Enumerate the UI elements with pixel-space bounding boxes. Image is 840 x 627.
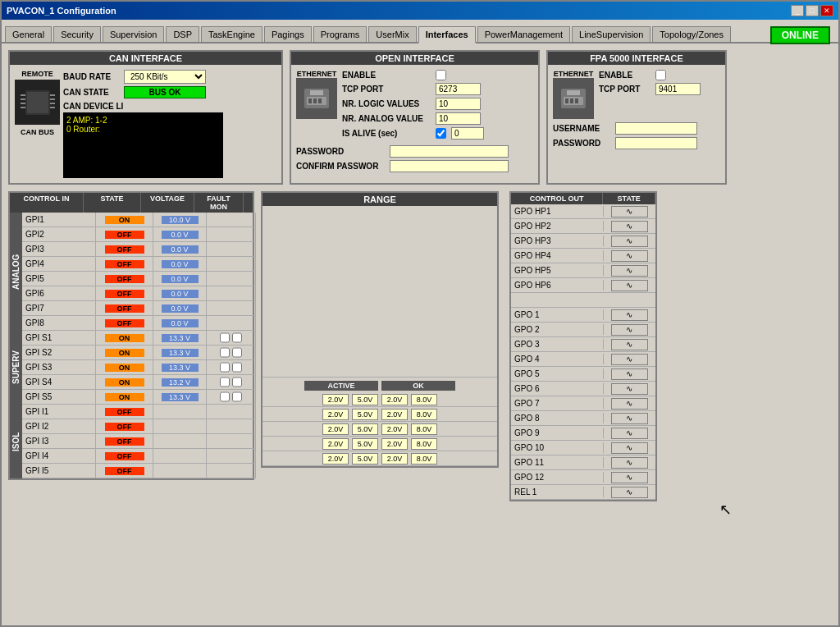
- range3-active-high[interactable]: [352, 423, 378, 435]
- gpis5-fault-chk1[interactable]: [220, 391, 230, 402]
- superv-side-label: SUPERV: [10, 331, 22, 405]
- can-state-label: CAN STATE: [63, 88, 121, 97]
- gpo11-row: GPO 11 ∿: [511, 455, 655, 470]
- range2-ok-low[interactable]: [381, 409, 408, 420]
- tab-interfaces[interactable]: Interfaces: [418, 26, 476, 43]
- gpii1-name: GPI I1: [22, 405, 96, 419]
- password-input[interactable]: [390, 145, 509, 158]
- range2-ok-high[interactable]: [411, 409, 437, 420]
- gpis1-fault-chk1[interactable]: [220, 332, 230, 343]
- range2-active-low[interactable]: [322, 409, 349, 420]
- tab-usermix[interactable]: UserMix: [368, 26, 416, 42]
- gpo11-btn[interactable]: ∿: [611, 457, 648, 469]
- range1-active-low[interactable]: [322, 394, 349, 405]
- gpis3-fault-chk1[interactable]: [220, 362, 230, 373]
- range1-active-high[interactable]: [352, 394, 378, 405]
- gpo-hp2-btn[interactable]: ∿: [611, 221, 648, 232]
- range-spacer: [262, 206, 497, 377]
- online-button[interactable]: ONLINE: [770, 26, 830, 44]
- gpo-hp5-btn[interactable]: ∿: [611, 265, 648, 277]
- range4-active-low[interactable]: [322, 438, 349, 450]
- gpo3-btn[interactable]: ∿: [611, 339, 648, 350]
- tab-taskengine[interactable]: TaskEngine: [201, 26, 262, 42]
- tab-pagings[interactable]: Pagings: [264, 26, 312, 42]
- gpo5-btn[interactable]: ∿: [611, 368, 648, 380]
- fpa-tcp-input[interactable]: [655, 83, 701, 95]
- gpo9-row: GPO 9 ∿: [511, 426, 655, 441]
- range5-active-high[interactable]: [352, 453, 378, 465]
- gpo2-state: ∿: [604, 323, 655, 336]
- gpo4-name: GPO 4: [511, 354, 604, 364]
- isol-rows: GPI I1 OFF GPI I2 OFF: [22, 405, 256, 478]
- gpo4-btn[interactable]: ∿: [611, 354, 648, 365]
- range3-active-low[interactable]: [322, 423, 349, 435]
- tcp-port-input[interactable]: [436, 83, 481, 95]
- gpo8-btn[interactable]: ∿: [611, 413, 648, 424]
- tab-supervision[interactable]: Supervision: [103, 26, 164, 42]
- gpo-hp6-btn[interactable]: ∿: [611, 280, 648, 291]
- gpo7-btn[interactable]: ∿: [611, 398, 648, 410]
- is-alive-input[interactable]: [451, 127, 484, 140]
- range5-ok-high[interactable]: [411, 453, 437, 465]
- gpis2-fault-chk2[interactable]: [232, 347, 242, 358]
- gpo10-btn[interactable]: ∿: [611, 442, 648, 454]
- fpa-username-row: USERNAME: [553, 122, 720, 135]
- gpo-hp3-btn[interactable]: ∿: [611, 236, 648, 247]
- gpi7-row: GPI7 OFF 0.0 V: [22, 301, 256, 316]
- tab-security[interactable]: Security: [53, 26, 101, 42]
- fpa-password-input[interactable]: [615, 137, 697, 149]
- gpii3-row: GPI I3 OFF: [22, 434, 256, 449]
- range2-active-high[interactable]: [352, 409, 378, 420]
- gpi4-state: OFF: [96, 257, 153, 271]
- tab-general[interactable]: General: [5, 26, 52, 42]
- tab-programs[interactable]: Programs: [313, 26, 368, 42]
- control-out-panel: CONTROL OUT STATE GPO HP1 ∿ GPO HP2 ∿ GP…: [509, 191, 657, 501]
- fpa-username-input[interactable]: [615, 122, 697, 135]
- range4-ok-low[interactable]: [381, 438, 408, 450]
- gpo-hp1-btn[interactable]: ∿: [611, 206, 648, 217]
- is-alive-checkbox[interactable]: [436, 128, 446, 139]
- open-enable-checkbox[interactable]: [436, 70, 446, 80]
- gpo9-btn[interactable]: ∿: [611, 428, 648, 439]
- nr-logic-input[interactable]: [436, 98, 481, 110]
- range4-active-high[interactable]: [352, 438, 378, 450]
- confirm-password-input[interactable]: [390, 160, 509, 172]
- gpis1-fault-chk2[interactable]: [232, 332, 242, 343]
- tab-linesupervision[interactable]: LineSupervision: [572, 26, 651, 42]
- maximize-button[interactable]: □: [806, 5, 819, 16]
- gpo2-row: GPO 2 ∿: [511, 323, 655, 337]
- gpis5-fault-chk2[interactable]: [232, 391, 242, 402]
- gpis2-fault-chk1[interactable]: [220, 347, 230, 358]
- gpi4-voltage: 0.0 V: [153, 257, 207, 271]
- range3-ok-high[interactable]: [411, 423, 437, 435]
- range4-ok-high[interactable]: [411, 438, 437, 450]
- gpis3-fault-chk2[interactable]: [232, 362, 242, 373]
- tab-powermanagement[interactable]: PowerManagement: [477, 26, 570, 42]
- range1-ok-high[interactable]: [411, 394, 437, 405]
- superv-section: SUPERV GPI S1 ON 13.3 V GPI S2 ON: [10, 331, 253, 405]
- gpo6-btn[interactable]: ∿: [611, 383, 648, 395]
- range5-active-low[interactable]: [322, 453, 349, 465]
- gpii5-state: OFF: [96, 464, 153, 478]
- close-button[interactable]: ✕: [820, 5, 833, 16]
- gpis3-voltage: 13.3 V: [153, 360, 207, 374]
- tab-dsp[interactable]: DSP: [166, 26, 199, 42]
- minimize-button[interactable]: _: [791, 5, 804, 16]
- gpis4-state: ON: [96, 375, 153, 389]
- gpo-hp5-row: GPO HP5 ∿: [511, 263, 655, 278]
- range1-ok-low[interactable]: [381, 394, 408, 405]
- gpis4-fault-chk1[interactable]: [220, 377, 230, 387]
- range3-ok-low[interactable]: [381, 423, 408, 435]
- gpo-hp4-btn[interactable]: ∿: [611, 250, 648, 262]
- gpo12-btn[interactable]: ∿: [611, 472, 648, 483]
- gpo2-btn[interactable]: ∿: [611, 324, 648, 336]
- range5-ok-low[interactable]: [381, 453, 408, 465]
- gpii3-state: OFF: [96, 434, 153, 448]
- gpis4-fault-chk2[interactable]: [232, 377, 242, 387]
- fpa-enable-checkbox[interactable]: [655, 70, 666, 80]
- nr-analog-input[interactable]: [436, 112, 481, 125]
- rel1-btn[interactable]: ∿: [611, 487, 648, 498]
- gpo1-btn[interactable]: ∿: [611, 309, 648, 321]
- tab-topologyzones[interactable]: Topology/Zones: [652, 26, 731, 42]
- baud-rate-select[interactable]: 250 KBit/s 500 KBit/s: [124, 70, 206, 84]
